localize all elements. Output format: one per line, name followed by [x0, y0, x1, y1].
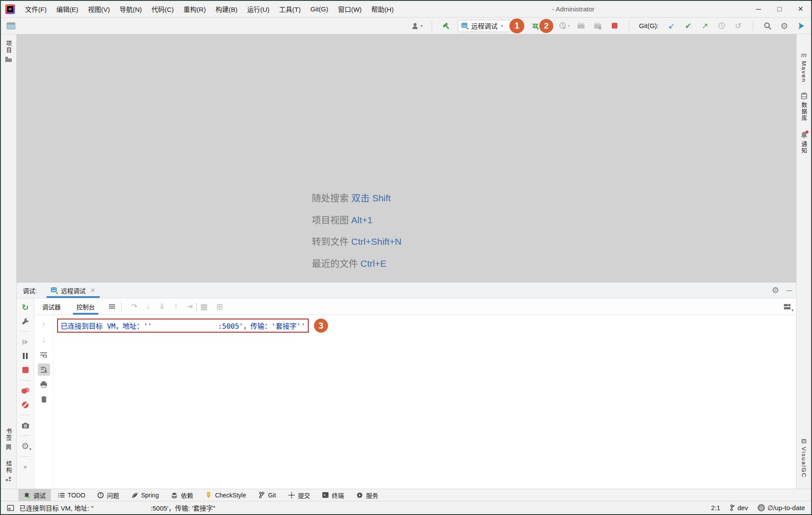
- force-step-into-icon: ⇓: [159, 302, 165, 311]
- console-output[interactable]: 已连接到目标 VM，地址：'' :5005'，传输：'套接字'' 3: [54, 315, 796, 489]
- stop-button[interactable]: [609, 20, 620, 32]
- bug-icon: [24, 492, 30, 498]
- tab-debugger[interactable]: 调试器: [34, 298, 69, 315]
- toolwindow-services-button[interactable]: 服务: [351, 489, 383, 501]
- down-stack-trace-icon: ↓: [38, 334, 50, 346]
- hide-panel-icon[interactable]: ─: [786, 287, 792, 294]
- tool-git-label: Git: [268, 492, 276, 499]
- close-button[interactable]: ✕: [790, 1, 811, 17]
- vcs-status-widget[interactable]: ⊘ ∅/up-to-date: [758, 504, 805, 512]
- checkstyle-icon: [206, 492, 212, 498]
- console-options-icon[interactable]: [106, 301, 118, 312]
- close-session-icon[interactable]: ✕: [90, 287, 95, 294]
- toolwindow-debug-button[interactable]: 调试: [18, 489, 51, 501]
- hint-shortcut: Alt+1: [351, 215, 372, 225]
- run-configuration-select[interactable]: 远程调试 ▾: [458, 20, 510, 32]
- settings-gear-icon[interactable]: ⚙: [779, 20, 790, 32]
- notifications-stripe-label: 通知: [800, 141, 808, 154]
- git-update-icon[interactable]: ↙: [666, 20, 677, 32]
- print-icon[interactable]: [38, 378, 50, 391]
- person-icon: [412, 22, 420, 30]
- hint-search-everywhere: 随处搜索 双击 Shift: [312, 187, 401, 209]
- toolwindow-spring-button[interactable]: Spring: [126, 489, 164, 501]
- step-out-icon: ↑: [174, 302, 178, 311]
- toolwindow-bookmarks-button[interactable]: 书签: [4, 422, 13, 454]
- debug-wrench-icon[interactable]: [19, 315, 32, 327]
- branch-name: dev: [737, 504, 748, 511]
- hint-shortcut: 双击 Shift: [351, 193, 391, 203]
- toolwindow-todo-button[interactable]: TODO: [53, 489, 90, 501]
- intellij-logo-icon: IJ: [5, 4, 15, 14]
- database-icon: [801, 92, 807, 99]
- caret-position[interactable]: 2:1: [711, 504, 720, 511]
- notification-dot: [805, 131, 808, 134]
- resume-button: [19, 336, 32, 348]
- pause-button[interactable]: [19, 350, 32, 362]
- menu-navigate[interactable]: 导航(N): [115, 1, 147, 17]
- toolwindow-project-button[interactable]: 项目: [4, 34, 13, 66]
- menu-build[interactable]: 构建(B): [211, 1, 242, 17]
- toolwindow-notifications-button[interactable]: 通知: [800, 128, 808, 160]
- soft-wrap-icon[interactable]: [38, 348, 50, 361]
- git-commit-check-icon[interactable]: ✔: [682, 20, 694, 32]
- tool-spring-label: Spring: [141, 492, 159, 499]
- evaluate-expression-icon: ▦: [200, 302, 208, 312]
- restore-layout-icon: ⊞: [217, 302, 223, 312]
- minimize-button[interactable]: ─: [748, 1, 769, 17]
- debug-layout-gear-icon[interactable]: ⚙▾: [19, 440, 32, 452]
- build-hammer-icon[interactable]: [441, 20, 452, 32]
- search-everywhere-icon[interactable]: [762, 20, 773, 32]
- debug-session-tab[interactable]: 远程调试 ✕: [47, 283, 100, 298]
- git-branch-icon: [258, 492, 265, 498]
- clear-console-trash-icon[interactable]: [38, 393, 50, 406]
- menu-code[interactable]: 代码(C): [147, 1, 179, 17]
- toolwindow-maven-button[interactable]: m Maven: [801, 47, 807, 89]
- toolwindow-dependencies-button[interactable]: 依赖: [166, 489, 198, 501]
- thread-dump-camera-icon[interactable]: [19, 419, 32, 432]
- tool-checkstyle-label: CheckStyle: [215, 492, 246, 499]
- folder-icon: [5, 56, 12, 62]
- toolwindow-terminal-button[interactable]: >_ 终端: [317, 489, 349, 501]
- profiler-button[interactable]: ▾: [559, 20, 570, 32]
- toolwindow-commit-button[interactable]: 提交: [283, 489, 315, 501]
- tab-console[interactable]: 控制台: [69, 298, 103, 315]
- menu-window[interactable]: 窗口(W): [333, 1, 366, 17]
- stop-debug-button[interactable]: [19, 364, 32, 376]
- menu-tools[interactable]: 工具(T): [274, 1, 305, 17]
- menu-help[interactable]: 帮助(H): [367, 1, 399, 17]
- terminal-icon: >_: [322, 492, 328, 498]
- maximize-button[interactable]: □: [769, 1, 790, 17]
- project-stripe-label: 项目: [4, 40, 13, 54]
- toolwindow-git-button[interactable]: Git: [253, 489, 281, 501]
- plugin-triangle-icon[interactable]: [795, 20, 807, 32]
- menu-edit[interactable]: 编辑(E): [51, 1, 83, 17]
- mute-breakpoints-icon[interactable]: [19, 399, 32, 411]
- maven-stripe-label: Maven: [801, 61, 807, 83]
- git-branch-widget[interactable]: dev: [730, 504, 748, 511]
- hint-goto-file: 转到文件 Ctrl+Shift+N: [312, 231, 401, 253]
- menu-run[interactable]: 运行(U): [242, 1, 274, 17]
- status-message-suffix: :5005'，传输: '套接字'': [151, 503, 215, 512]
- debug-settings-gear-icon[interactable]: ⚙: [772, 286, 779, 294]
- bug-icon: [531, 22, 540, 30]
- toolwindow-problems-button[interactable]: ! 问题: [92, 489, 124, 501]
- view-breakpoints-icon[interactable]: [19, 384, 32, 397]
- rerun-button[interactable]: ↻: [19, 301, 32, 313]
- menu-file[interactable]: 文件(F): [20, 1, 51, 17]
- toolwindow-visualgc-button[interactable]: VisualGC: [801, 435, 807, 484]
- more-actions-icon[interactable]: »: [19, 461, 32, 473]
- layout-settings-icon[interactable]: ▾: [781, 301, 793, 312]
- window-switcher-icon[interactable]: [5, 20, 17, 32]
- menu-git[interactable]: Git(G): [306, 1, 333, 17]
- menu-refactor[interactable]: 重构(R): [179, 1, 211, 17]
- toolwindow-toggle-icon[interactable]: [7, 505, 14, 511]
- toolwindow-structure-button[interactable]: 结构: [4, 454, 13, 485]
- user-account-icon[interactable]: ▾: [411, 20, 423, 32]
- toolwindow-checkstyle-button[interactable]: CheckStyle: [200, 489, 252, 501]
- scroll-to-end-icon[interactable]: [38, 363, 50, 376]
- toolwindow-database-button[interactable]: 数据库: [800, 89, 808, 128]
- menu-view[interactable]: 视图(V): [83, 1, 115, 17]
- step-over-icon: ↷: [131, 302, 137, 311]
- main-toolbar: ▾ 远程调试 ▾ 1: [1, 18, 811, 34]
- git-push-icon[interactable]: ↗: [699, 20, 711, 32]
